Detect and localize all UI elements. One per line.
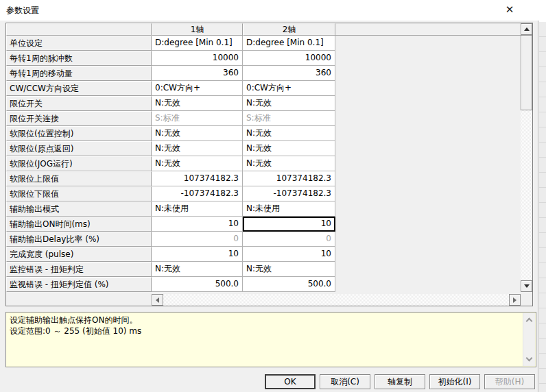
value-cell-axis1[interactable]: 107374182.3 [152,171,243,186]
value-cell-axis2[interactable]: 0 [243,232,335,247]
value-cell-axis2[interactable]: 500.0 [243,277,335,292]
row-filler [335,36,521,51]
value-cell-axis2[interactable]: 10000 [243,51,335,66]
row-filler [335,81,521,96]
v-scroll-thumb[interactable] [521,35,532,110]
table-row: 限位开关N:无效N:无效 [6,96,521,111]
table-row: 单位设定D:degree [Min 0.1]D:degree [Min 0.1] [6,36,521,51]
value-cell-axis2[interactable]: 107374182.3 [243,171,335,186]
column-header-axis1[interactable]: 1轴 [152,23,243,36]
row-label: 限位开关连接 [6,111,152,126]
scroll-up-button[interactable] [521,23,532,35]
scroll-right-button[interactable] [509,294,521,306]
triangle-down-icon [524,284,530,288]
table-row: 辅助输出Delay比率 (%)00 [6,232,521,247]
value-cell-axis2[interactable]: N:未使用 [243,201,335,217]
background-grid-rows [539,22,546,392]
h-scroll-track[interactable] [163,294,509,306]
info-text: 设定辅助输出触点保持ON的时间。 设定范围:0 ～ 255 (初始值 10) m… [10,315,519,336]
ok-button[interactable]: OK [265,374,316,389]
value-cell-axis2[interactable]: N:无效 [243,262,335,277]
cancel-button[interactable]: 取消(C) [320,374,370,389]
value-cell-axis1[interactable]: 10 [152,247,243,262]
value-cell-axis2[interactable]: N:无效 [243,141,335,156]
value-cell-axis1[interactable]: 10000 [152,51,243,66]
table-row: 软限位下限值-107374182.3-107374182.3 [6,186,521,201]
row-filler [335,186,521,201]
row-filler [335,126,521,141]
scroll-left-button[interactable] [152,294,163,306]
value-cell-axis1[interactable]: N:无效 [152,126,243,141]
value-cell-axis1[interactable]: 360 [152,66,243,81]
row-filler [335,96,521,111]
row-label: 监视错误 - 扭矩判定值 (%) [6,277,152,292]
value-cell-axis1[interactable]: N:无效 [152,156,243,171]
help-button: 帮助(H) [484,374,535,389]
value-cell-axis1[interactable]: D:degree [Min 0.1] [152,36,243,51]
row-label: 每转1周的移动量 [6,66,152,81]
row-label: 软限位(JOG运行) [6,156,152,171]
close-button[interactable]: ✕ [500,1,519,18]
value-cell-axis2[interactable]: S:标准 [243,111,335,126]
table-row: 限位开关连接S:标准S:标准 [6,111,521,126]
row-label: 每转1周的脉冲数 [6,51,152,66]
value-cell-axis1[interactable]: S:标准 [152,111,243,126]
table-row: 完成宽度 (pulse)1010 [6,247,521,262]
table-row: 辅助输出模式N:未使用N:未使用 [6,201,521,217]
table-row: 监视错误 - 扭矩判定值 (%)500.0500.0 [6,277,521,292]
value-cell-axis1[interactable]: N:无效 [152,141,243,156]
row-filler [335,171,521,186]
close-icon: ✕ [506,3,514,16]
value-cell-axis1[interactable]: 10 [152,217,243,232]
row-label: 软限位(原点返回) [6,141,152,156]
value-cell-axis1[interactable]: N:无效 [152,262,243,277]
value-cell-axis2[interactable]: 10 [243,217,335,232]
row-filler [335,247,521,262]
column-header-axis2[interactable]: 2轴 [243,23,335,36]
row-label: 软限位下限值 [6,186,152,201]
row-label: 限位开关 [6,96,152,111]
v-scrollbar [521,23,532,292]
row-label: 辅助输出模式 [6,201,152,217]
row-filler [335,51,521,66]
value-cell-axis2[interactable]: 0:CW方向+ [243,81,335,96]
table-row: CW/CCW方向设定0:CW方向+0:CW方向+ [6,81,521,96]
info-line-2: 设定范围:0 ～ 255 (初始值 10) ms [10,326,519,336]
value-cell-axis2[interactable]: 360 [243,66,335,81]
value-cell-axis1[interactable]: N:未使用 [152,201,243,217]
info-scrollbar[interactable] [523,313,535,366]
v-scroll-track[interactable] [521,35,532,280]
value-cell-axis2[interactable]: -107374182.3 [243,186,335,201]
axis-copy-button[interactable]: 轴复制 [375,374,425,389]
value-cell-axis1[interactable]: 0 [152,232,243,247]
value-cell-axis1[interactable]: 500.0 [152,277,243,292]
row-filler [335,262,521,277]
info-line-1: 设定辅助输出触点保持ON的时间。 [10,315,519,326]
value-cell-axis2[interactable]: N:无效 [243,156,335,171]
table-row: 软限位(位置控制)N:无效N:无效 [6,126,521,141]
chevron-up-icon [526,318,533,325]
value-cell-axis2[interactable]: 10 [243,247,335,262]
background-strip [538,0,546,392]
title-bar: 参数设置 ✕ [0,0,538,21]
row-label: CW/CCW方向设定 [6,81,152,96]
value-cell-axis2[interactable]: N:无效 [243,96,335,111]
value-cell-axis1[interactable]: N:无效 [152,96,243,111]
value-cell-axis1[interactable]: -107374182.3 [152,186,243,201]
corner-header-cell [6,23,152,36]
row-filler [335,156,521,171]
value-cell-axis2[interactable]: N:无效 [243,126,335,141]
table-row: 软限位上限值107374182.3107374182.3 [6,171,521,186]
h-scrollbar [152,294,521,306]
header-filler [335,23,521,36]
parameter-table: 1轴 2轴 单位设定D:degree [Min 0.1]D:degree [Mi… [5,23,533,306]
value-cell-axis2[interactable]: D:degree [Min 0.1] [243,36,335,51]
table-row: 每转1周的移动量360360 [6,66,521,81]
value-cell-axis1[interactable]: 0:CW方向+ [152,81,243,96]
row-label: 监控错误 - 扭矩判定 [6,262,152,277]
triangle-up-icon [524,27,530,31]
initialize-button[interactable]: 初始化(I) [429,374,480,389]
scroll-down-button[interactable] [521,280,532,292]
info-panel: 设定辅助输出触点保持ON的时间。 设定范围:0 ～ 255 (初始值 10) m… [5,312,536,367]
row-filler [335,111,521,126]
